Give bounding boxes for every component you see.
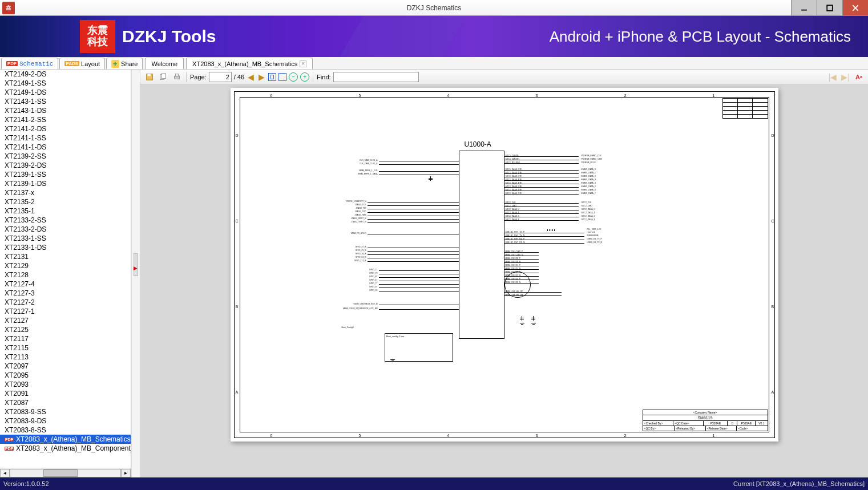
tree-item[interactable]: XT2143-1-DS <box>0 106 131 115</box>
pin-label: EMMC_DATA_6 <box>582 189 596 191</box>
tree-item[interactable]: XT2133-2-SS <box>0 216 131 225</box>
tree-item[interactable]: XT2131 <box>0 252 131 261</box>
minimize-button[interactable] <box>791 0 817 15</box>
scroll-right-button[interactable]: ► <box>121 469 131 477</box>
scroll-left-button[interactable]: ◄ <box>0 469 10 477</box>
net-line <box>379 161 459 161</box>
print-button[interactable] <box>171 71 183 83</box>
page-input[interactable] <box>209 72 232 82</box>
canvas[interactable]: U1000-A <Company Name> SM6115 <Checked B… <box>140 84 868 477</box>
tree-item[interactable]: XT2137-x <box>0 188 131 197</box>
sidebar-hscroll[interactable]: ◄ ► <box>0 468 131 477</box>
tree-item[interactable]: XT2093 <box>0 380 131 389</box>
grid-col-label: 6 <box>271 434 273 438</box>
grid-row-label: B <box>236 305 239 309</box>
tree-item[interactable]: XT2127-3 <box>0 289 131 298</box>
pin-label: MSM_DSI_D1_N <box>506 268 521 270</box>
tree-item[interactable]: XT2135-2 <box>0 197 131 206</box>
text-size-button[interactable]: Aa <box>853 71 865 83</box>
prev-page-button[interactable]: ◀ <box>247 72 255 82</box>
tree-item[interactable]: XT2149-1-DS <box>0 88 131 97</box>
pin-label: GPIO_97 <box>369 286 378 288</box>
zoom-out-button[interactable]: − <box>289 72 298 82</box>
fit-width-button[interactable] <box>268 73 276 81</box>
fit-page-button[interactable] <box>278 73 286 81</box>
close-button[interactable] <box>842 0 868 15</box>
splitter[interactable]: ▶ <box>131 70 140 477</box>
tree-item[interactable]: XT2125 <box>0 325 131 334</box>
collapse-arrow-icon[interactable]: ▶ <box>134 265 138 271</box>
tree-item[interactable]: XT2139-1-DS <box>0 179 131 188</box>
tree-item[interactable]: XT2133-1-DS <box>0 243 131 252</box>
tree-item[interactable]: XT2127-2 <box>0 298 131 307</box>
tree-item[interactable]: XT2141-2-DS <box>0 124 131 133</box>
splitter-grip[interactable] <box>134 253 138 276</box>
scroll-track[interactable] <box>10 469 121 477</box>
pin-label: SDC1_DATA_5(R) <box>506 185 522 188</box>
pin-label: SDC2_DATA_0 <box>506 208 519 210</box>
tree-item[interactable]: XT2095 <box>0 371 131 380</box>
tree-item[interactable]: XT2143-1-SS <box>0 97 131 106</box>
doc-tab-close-icon[interactable]: × <box>300 60 306 67</box>
tree-item[interactable]: XT2097 <box>0 362 131 371</box>
tree-item[interactable]: XT2141-1-DS <box>0 143 131 152</box>
tree-item[interactable]: XT2133-2-DS <box>0 225 131 234</box>
find-next-button[interactable]: ▶| <box>840 72 851 82</box>
tab-share[interactable]: ✚ Share <box>106 58 143 69</box>
model-tree[interactable]: XT2149-2-DSXT2149-1-SSXT2149-1-DSXT2143-… <box>0 70 131 468</box>
find-input[interactable] <box>333 72 419 82</box>
tree-file-item[interactable]: PDFXT2083_x_(Athena)_MB_Schematics <box>0 435 131 444</box>
pin-label: SDC1_DATA_7(R) <box>506 192 522 195</box>
tree-item[interactable]: XT2133-1-SS <box>0 234 131 243</box>
scroll-thumb[interactable] <box>43 469 78 477</box>
pin-label: EMMC_DATA_4 <box>582 182 596 184</box>
tree-item[interactable]: XT2117 <box>0 334 131 343</box>
maximize-button[interactable] <box>817 0 842 15</box>
tree-item[interactable]: XT2127-1 <box>0 307 131 316</box>
tree-item[interactable]: XT2127-4 <box>0 280 131 289</box>
statusbar: Version:1.0.0.52 Current [XT2083_x_(Athe… <box>0 477 868 490</box>
net-line <box>368 202 459 203</box>
doc-tab-welcome[interactable]: Welcome <box>145 58 184 69</box>
doc-tab-current[interactable]: XT2083_x_(Athena)_MB_Schematics × <box>186 58 313 69</box>
tree-file-item[interactable]: PDFXT2083_x_(Athena)_MB_Component_Loc <box>0 444 131 453</box>
net-line <box>379 164 459 165</box>
main-area: XT2149-2-DSXT2149-1-SSXT2149-1-DSXT2143-… <box>0 70 868 477</box>
tree-item[interactable]: XT2135-1 <box>0 206 131 216</box>
tree-item[interactable]: XT2149-1-SS <box>0 79 131 88</box>
grid-col-label: 5 <box>359 94 361 98</box>
tree-item[interactable]: XT2139-1-SS <box>0 170 131 179</box>
tree-item[interactable]: XT2141-2-SS <box>0 115 131 124</box>
tree-item[interactable]: XT2139-2-DS <box>0 161 131 170</box>
tools-title: DZKJ Tools <box>122 27 216 46</box>
tree-item[interactable]: XT2083-8-SS <box>0 426 131 435</box>
tab-layout[interactable]: PADS Layout <box>59 58 105 69</box>
find-prev-button[interactable]: |◀ <box>827 72 838 82</box>
tree-item[interactable]: XT2128 <box>0 270 131 280</box>
tree-item[interactable]: XT2083-9-DS <box>0 416 131 426</box>
next-page-button[interactable]: ▶ <box>257 72 266 82</box>
net-line <box>368 216 459 216</box>
tree-item[interactable]: XT2141-1-SS <box>0 133 131 143</box>
pin-label: SDC2_DATA_2 <box>506 215 519 217</box>
copy-button[interactable] <box>158 71 169 83</box>
tab-schematic[interactable]: PDF Schematic <box>1 58 58 69</box>
tree-item[interactable]: XT2115 <box>0 343 131 353</box>
tree-item[interactable]: XT2091 <box>0 389 131 398</box>
save-button[interactable] <box>144 71 155 83</box>
tree-item[interactable]: XT2113 <box>0 353 131 362</box>
page-total: / 46 <box>234 74 244 80</box>
tree-item[interactable]: XT2129 <box>0 261 131 270</box>
tree-item[interactable]: XT2139-2-SS <box>0 152 131 161</box>
pin-label: JTAG2_TDO <box>355 210 366 213</box>
tree-item[interactable]: XT2149-2-DS <box>0 70 131 79</box>
pin-label: GPIO_29_B <box>356 249 366 252</box>
pdf-icon: PDF <box>5 438 14 442</box>
net-line <box>368 212 459 213</box>
tree-item[interactable]: XT2087 <box>0 398 131 407</box>
tree-item[interactable]: XT2083-9-SS <box>0 407 131 416</box>
zoom-in-button[interactable]: + <box>300 72 309 82</box>
tree-item[interactable]: XT2127 <box>0 316 131 325</box>
net-line <box>368 234 459 234</box>
pin-label: EMMC_DATA_3 <box>582 179 596 181</box>
